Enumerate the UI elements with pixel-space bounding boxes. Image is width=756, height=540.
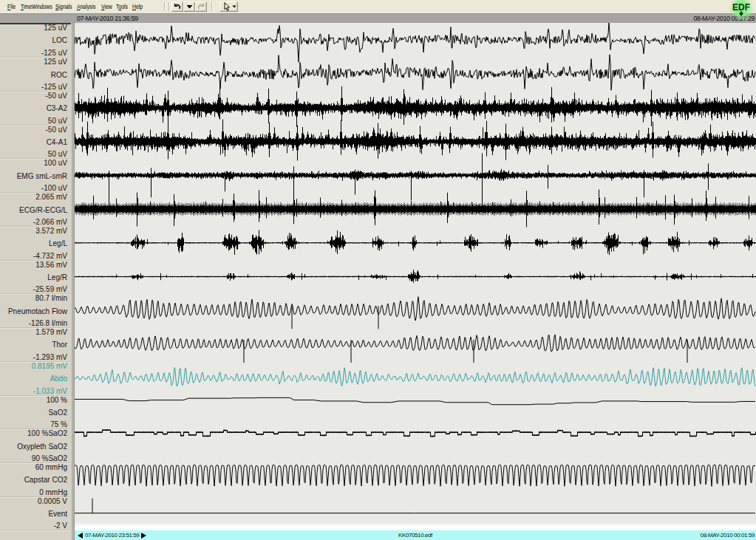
channel-label-block: 0.8195 mVAbdo-1.033 mV <box>0 361 71 395</box>
channel-label-block: 0.0005 VEvent-2 V <box>0 496 71 530</box>
channel-label-block: 100 uVEMG smL-smR-100 uV <box>0 158 71 192</box>
channel-label-block: 100 %SaO275 % <box>0 395 71 429</box>
channel-lower-limit: -1.033 mV <box>33 387 67 395</box>
channel-upper-limit: 0.0005 V <box>38 497 67 505</box>
channel-label-block: 80.7 l/minPneumotach Flow-126.8 l/min <box>0 293 71 327</box>
menu-help[interactable]: Help <box>132 2 143 10</box>
redo-button[interactable] <box>195 1 207 12</box>
undo-button[interactable] <box>171 1 183 12</box>
channel-upper-limit: 100 % <box>47 396 67 404</box>
channel-name-label[interactable]: ROC <box>51 70 67 78</box>
menu-signals[interactable]: Signals <box>55 2 72 10</box>
channel-lower-limit: -125 uV <box>41 49 67 57</box>
status-bar: 07-MAY-2010 23:51:59 KK070510.edf 08-MAY… <box>75 530 756 540</box>
channel-name-label[interactable]: Thor <box>52 341 67 349</box>
channel-name-label[interactable]: Event <box>48 510 67 518</box>
channel-name-label[interactable]: LOC <box>52 36 67 44</box>
menu-tools[interactable]: Tools <box>116 2 128 10</box>
channel-name-label[interactable]: Abdo <box>50 375 67 383</box>
channel-label-block: 13.56 mVLeg/R-25.59 mV <box>0 260 71 294</box>
channel-label-block: 100 %SaO2Oxypleth SaO290 %SaO2 <box>0 428 71 462</box>
channel-upper-limit: 125 uV <box>44 24 67 32</box>
channel-upper-limit: 100 uV <box>44 159 67 167</box>
cursor-arrow-icon <box>222 2 236 11</box>
recording-start-time: 07-MAY-2010 21:36:59 <box>77 15 138 22</box>
dropdown-icon <box>186 4 193 9</box>
channel-name-label[interactable]: EMG smL-smR <box>17 171 67 180</box>
window-end-time: 08-MAY-2010 00:01:59 <box>701 532 755 539</box>
file-name: KK070510.edf <box>75 532 756 539</box>
channel-name-label[interactable]: Leg/R <box>47 273 67 281</box>
channel-lower-limit: -2 V <box>54 522 67 530</box>
toolbar-grip <box>211 2 213 11</box>
channel-name-label[interactable]: Leg/L <box>49 239 67 247</box>
channel-upper-limit: 3.572 mV <box>35 227 67 235</box>
bottom-white-strip <box>75 522 756 530</box>
channel-upper-limit: 60 mmHg <box>35 463 67 471</box>
channel-lower-limit: 0 mmHg <box>39 488 67 496</box>
edf-viewer-window: FileTimeWindowsSignalsAnalysisViewToolsH… <box>0 0 756 540</box>
redo-arrow-icon <box>197 3 205 10</box>
channel-lower-limit: -25.59 mV <box>33 285 67 293</box>
channel-upper-limit: 100 %SaO2 <box>27 429 67 437</box>
channel-upper-limit: 80.7 l/min <box>35 294 67 302</box>
channel-label-block: -50 uVC4-A150 uV <box>0 125 71 159</box>
toolbar-grip <box>164 2 166 11</box>
menu-view[interactable]: View <box>101 2 112 10</box>
menu-analysis[interactable]: Analysis <box>77 2 95 10</box>
pointer-tool-button[interactable] <box>219 1 238 12</box>
channel-label-block: 60 mmHgCapstar CO20 mmHg <box>0 462 71 496</box>
channel-lower-limit: 50 uV <box>48 117 67 125</box>
undo-dropdown-button[interactable] <box>183 1 195 12</box>
menu-timewindows[interactable]: TimeWindows <box>21 2 52 10</box>
channel-name-label[interactable]: Pneumotach Flow <box>8 307 67 315</box>
channel-upper-limit: 125 uV <box>44 58 67 66</box>
channel-upper-limit: 13.56 mV <box>35 261 67 269</box>
channel-label-block: 125 uVLOC-125 uV <box>0 24 71 58</box>
menu-file[interactable]: File <box>7 2 16 10</box>
channel-lower-limit: -100 uV <box>41 184 67 192</box>
recording-time-bar: 07-MAY-2010 21:36:59 08-MAY-2010 05:27:2… <box>0 13 756 23</box>
channel-upper-limit: 0.8195 mV <box>32 362 67 370</box>
signal-plot-canvas[interactable] <box>75 23 756 522</box>
channel-lower-limit: 50 uV <box>48 150 67 158</box>
channel-lower-limit: -126.8 l/min <box>29 319 67 327</box>
channel-lower-limit: 75 % <box>50 420 67 428</box>
channel-lower-limit: -1.293 mV <box>33 353 67 361</box>
channel-upper-limit: 1.579 mV <box>35 328 67 336</box>
undo-arrow-icon <box>173 3 182 10</box>
channel-lower-limit: -4.732 mV <box>33 252 67 260</box>
channel-label-sidebar: 125 uVLOC-125 uV125 uVROC-125 uV-50 uVC3… <box>0 23 71 540</box>
channel-lower-limit: 90 %SaO2 <box>32 454 67 462</box>
channel-upper-limit: -50 uV <box>46 92 67 100</box>
edf-plus-logo: EDF <box>722 0 756 21</box>
channel-name-label[interactable]: C3-A2 <box>47 104 67 112</box>
channel-label-block: 2.065 mVECG/R-ECG/L-2.066 mV <box>0 192 71 226</box>
channel-name-label[interactable]: Capstar CO2 <box>24 476 67 484</box>
channel-lower-limit: -125 uV <box>41 83 67 91</box>
toolbar-grip <box>168 2 170 11</box>
channel-lower-limit: -2.066 mV <box>33 218 67 226</box>
channel-upper-limit: -50 uV <box>46 126 67 134</box>
channel-label-block: 3.572 mVLeg/L-4.732 mV <box>0 226 71 260</box>
channel-name-label[interactable]: C4-A1 <box>47 138 67 146</box>
channel-name-label[interactable]: SaO2 <box>48 408 67 416</box>
sidebar-bottom-filler <box>0 530 71 540</box>
channel-upper-limit: 2.065 mV <box>35 193 67 201</box>
channel-name-label[interactable]: Oxypleth SaO2 <box>17 442 67 450</box>
edf-logo-text: EDF <box>732 2 750 13</box>
channel-label-block: 1.579 mVThor-1.293 mV <box>0 327 71 361</box>
channel-name-label[interactable]: ECG/R-ECG/L <box>19 205 67 213</box>
channel-label-block: -50 uVC3-A250 uV <box>0 91 71 125</box>
menu-bar: FileTimeWindowsSignalsAnalysisViewToolsH… <box>0 0 756 13</box>
channel-label-block: 125 uVROC-125 uV <box>0 57 71 91</box>
